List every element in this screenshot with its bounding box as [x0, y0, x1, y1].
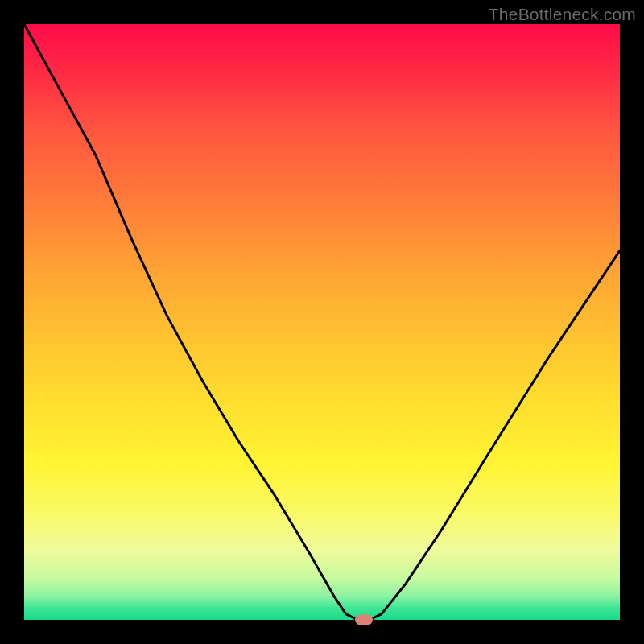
bottleneck-curve — [24, 24, 620, 620]
plot-area — [24, 24, 620, 620]
watermark-text: TheBottleneck.com — [489, 5, 636, 24]
chart-container: TheBottleneck.com — [0, 0, 644, 644]
curve-svg — [24, 24, 620, 620]
bottleneck-marker — [355, 615, 373, 625]
